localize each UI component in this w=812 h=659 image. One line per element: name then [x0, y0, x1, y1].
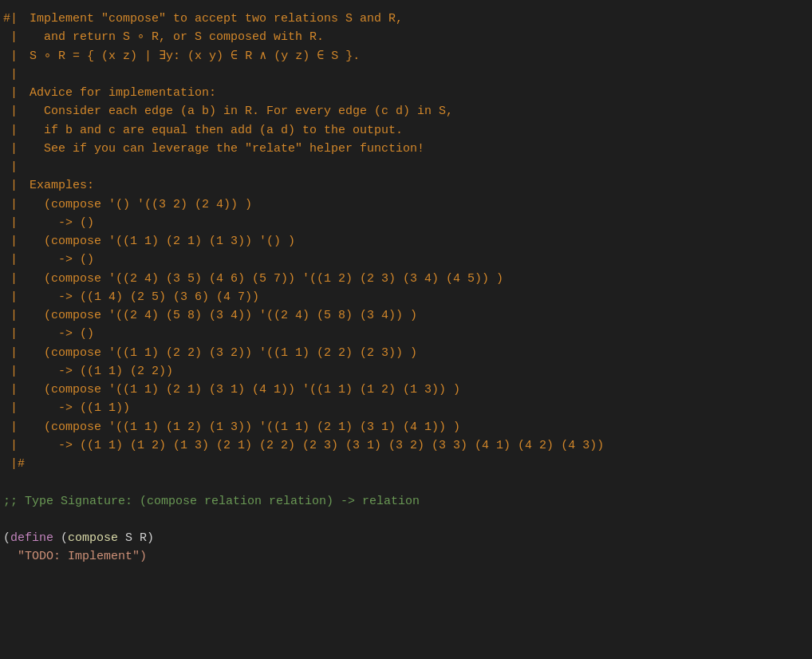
code-line [0, 511, 812, 529]
line-content: -> () [22, 251, 94, 269]
code-line: | and return S ∘ R, or S composed with R… [0, 28, 812, 46]
line-content: (compose '((1 1) (1 2) (1 3)) '((1 1) (2… [22, 418, 460, 436]
line-gutter: #| [3, 10, 22, 28]
code-line: | -> ((1 1)) [0, 399, 812, 417]
code-line: | [0, 158, 812, 176]
code-line: |# [0, 455, 812, 473]
line-content: Implement "compose" to accept two relati… [22, 10, 403, 28]
code-line: | (compose '((2 4) (3 5) (4 6) (5 7)) '(… [0, 270, 812, 288]
code-line: | (compose '() '((3 2) (2 4)) ) [0, 195, 812, 214]
code-line: | (compose '((2 4) (5 8) (3 4)) '((2 4) … [0, 306, 812, 325]
line-content: -> () [22, 325, 94, 343]
code-line: (define (compose S R) [0, 529, 812, 547]
code-line: | -> () [0, 325, 812, 343]
line-content: Examples: [22, 176, 94, 195]
line-content: -> ((1 1) (1 2) (1 3) (2 1) (2 2) (2 3) … [22, 436, 604, 455]
code-line: | if b and c are equal then add (a d) to… [0, 121, 812, 140]
line-gutter: | [3, 102, 22, 120]
line-gutter: | [3, 195, 22, 214]
code-line: "TODO: Implement") [0, 547, 812, 566]
code-line: | See if you can leverage the "relate" h… [0, 140, 812, 158]
line-gutter: | [3, 121, 22, 140]
code-line: | Examples: [0, 176, 812, 195]
line-content: (compose '((1 1) (2 1) (3 1) (4 1)) '((1… [22, 381, 460, 399]
line-gutter: | [3, 84, 22, 102]
line-gutter: | [3, 28, 22, 46]
code-line: | (compose '((1 1) (2 2) (3 2)) '((1 1) … [0, 344, 812, 362]
line-content: Consider each edge (a b) in R. For every… [22, 102, 453, 120]
line-gutter: | [3, 65, 22, 84]
line-gutter: |# [3, 455, 30, 473]
line-gutter: | [3, 214, 22, 232]
code-line: | -> () [0, 214, 812, 232]
code-line: | -> ((1 4) (2 5) (3 6) (4 7)) [0, 288, 812, 306]
code-line: #| Implement "compose" to accept two rel… [0, 10, 812, 28]
line-content: -> ((1 1) (2 2)) [22, 362, 173, 381]
code-line: | S ∘ R = { (x z) | ∃y: (x y) ∈ R ∧ (y z… [0, 47, 812, 65]
line-gutter: | [3, 381, 22, 399]
line-content: if b and c are equal then add (a d) to t… [22, 121, 403, 140]
code-line: | -> () [0, 251, 812, 269]
line-content: -> ((1 4) (2 5) (3 6) (4 7)) [22, 288, 259, 306]
line-gutter: | [3, 47, 22, 65]
line-content: ;; Type Signature: (compose relation rel… [3, 492, 420, 511]
line-content: -> () [22, 214, 94, 232]
line-gutter: | [3, 158, 22, 176]
code-line: | (compose '((1 1) (2 1) (3 1) (4 1)) '(… [0, 381, 812, 399]
code-line [0, 473, 812, 491]
code-line: | -> ((1 1) (2 2)) [0, 362, 812, 381]
line-content: and return S ∘ R, or S composed with R. [22, 28, 324, 46]
line-gutter: | [3, 176, 22, 195]
line-gutter: | [3, 362, 22, 381]
line-gutter: | [3, 288, 22, 306]
line-content: (compose '((1 1) (2 2) (3 2)) '((1 1) (2… [22, 344, 417, 362]
code-line: | -> ((1 1) (1 2) (1 3) (2 1) (2 2) (2 3… [0, 436, 812, 455]
line-gutter: | [3, 232, 22, 251]
line-gutter: | [3, 418, 22, 436]
line-gutter: | [3, 140, 22, 158]
line-content: "TODO: Implement") [3, 547, 147, 566]
line-content: (compose '((2 4) (5 8) (3 4)) '((2 4) (5… [22, 306, 417, 325]
line-content: See if you can leverage the "relate" hel… [22, 140, 424, 158]
code-line: | [0, 65, 812, 84]
line-content: (compose '((2 4) (3 5) (4 6) (5 7)) '((1… [22, 270, 503, 288]
line-content: (define (compose S R) [3, 529, 154, 547]
code-editor: #| Implement "compose" to accept two rel… [0, 6, 812, 570]
line-gutter: | [3, 436, 22, 455]
line-content: (compose '((1 1) (2 1) (1 3)) '() ) [22, 232, 295, 251]
code-line: | (compose '((1 1) (1 2) (1 3)) '((1 1) … [0, 418, 812, 436]
line-gutter: | [3, 251, 22, 269]
line-content: -> ((1 1)) [22, 399, 130, 417]
code-line: | (compose '((1 1) (2 1) (1 3)) '() ) [0, 232, 812, 251]
line-gutter: | [3, 344, 22, 362]
code-line: | Advice for implementation: [0, 84, 812, 102]
line-gutter: | [3, 270, 22, 288]
line-gutter: | [3, 399, 22, 417]
line-content: S ∘ R = { (x z) | ∃y: (x y) ∈ R ∧ (y z) … [22, 47, 360, 65]
line-gutter: | [3, 306, 22, 325]
line-gutter: | [3, 325, 22, 343]
code-line: | Consider each edge (a b) in R. For eve… [0, 102, 812, 120]
line-content: Advice for implementation: [22, 84, 216, 102]
line-content: (compose '() '((3 2) (2 4)) ) [22, 195, 252, 214]
code-line: ;; Type Signature: (compose relation rel… [0, 492, 812, 511]
